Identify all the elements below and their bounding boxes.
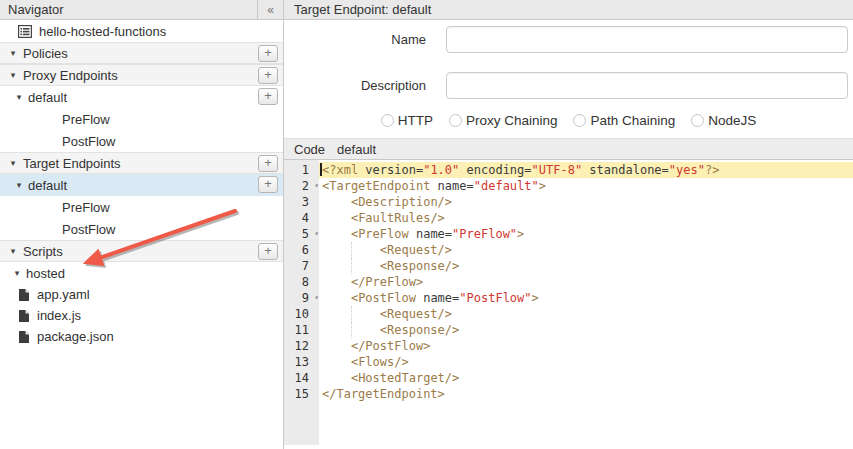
line-number: 15: [284, 386, 319, 402]
file-label: package.json: [37, 329, 114, 344]
name-input[interactable]: [446, 26, 848, 53]
code-line-text[interactable]: <Flows/>: [319, 354, 853, 370]
section-label: Scripts: [23, 244, 63, 259]
code-line: 7 <Response/>: [284, 258, 853, 274]
code-file-label: default: [325, 142, 376, 157]
nav-item-target-preflow[interactable]: All PreFlow: [0, 196, 283, 218]
code-line-text[interactable]: <Response/>: [319, 258, 853, 274]
radio-path-chaining[interactable]: Path Chaining: [573, 113, 675, 128]
line-number: 2▾: [284, 178, 319, 194]
radio-circle-icon: [449, 114, 462, 127]
code-line-text[interactable]: </PostFlow>: [319, 338, 853, 354]
text-cursor: [320, 163, 322, 176]
code-line-text[interactable]: <Request/>: [319, 242, 853, 258]
indent-guide: [351, 242, 352, 258]
nav-item-file-package-json[interactable]: package.json: [0, 326, 283, 347]
code-line-text[interactable]: </TargetEndpoint>: [319, 386, 853, 402]
line-number: 9▾: [284, 290, 319, 306]
code-line: 8 </PreFlow>: [284, 274, 853, 290]
flow-label: PostFlow: [62, 222, 115, 237]
code-line: 10 <Request/>: [284, 306, 853, 322]
file-icon: [19, 331, 29, 343]
code-line: 2▾<TargetEndpoint name="default">: [284, 178, 853, 194]
code-line: 12 </PostFlow>: [284, 338, 853, 354]
name-label: Name: [284, 32, 426, 47]
nav-section-proxy-endpoints[interactable]: ▾ Proxy Endpoints +: [0, 64, 283, 86]
indent-guide: [351, 322, 352, 338]
radio-label: Proxy Chaining: [466, 113, 558, 128]
radio-circle-icon: [573, 114, 586, 127]
nav-section-policies[interactable]: ▾ Policies +: [0, 42, 283, 64]
nav-section-target-endpoints[interactable]: ▾ Target Endpoints +: [0, 152, 283, 174]
add-policy-button[interactable]: +: [258, 45, 278, 62]
description-input[interactable]: [446, 72, 848, 99]
code-line-text[interactable]: <PreFlow name="PreFlow">: [319, 226, 853, 242]
navigator-header: Navigator «: [0, 0, 283, 20]
file-icon: [19, 289, 29, 301]
radio-circle-icon: [381, 114, 394, 127]
nav-item-file-index-js[interactable]: index.js: [0, 305, 283, 326]
navigator-panel: Navigator « hello-hosted-functions ▾ Pol…: [0, 0, 284, 449]
folder-label: hosted: [26, 266, 65, 281]
bundle-label: hello-hosted-functions: [39, 24, 166, 39]
all-badge: All: [14, 200, 52, 215]
radio-label: Path Chaining: [590, 113, 675, 128]
add-proxy-endpoint-button[interactable]: +: [258, 67, 278, 84]
code-line-text[interactable]: <PostFlow name="PostFlow">: [319, 290, 853, 306]
nav-item-target-postflow[interactable]: All PostFlow: [0, 218, 283, 240]
code-line: 13 <Flows/>: [284, 354, 853, 370]
file-label: index.js: [37, 308, 81, 323]
nav-item-proxy-postflow[interactable]: All PostFlow: [0, 130, 283, 152]
code-line-text[interactable]: <Request/>: [319, 306, 853, 322]
indent-guide: [351, 258, 352, 274]
line-number: 7: [284, 258, 319, 274]
code-line-text[interactable]: <?xml version="1.0" encoding="UTF-8" sta…: [319, 162, 853, 178]
radio-http[interactable]: HTTP: [381, 113, 433, 128]
code-line: 4 <FaultRules/>: [284, 210, 853, 226]
indent-guide: [351, 306, 352, 322]
radio-circle-icon: [691, 114, 704, 127]
code-line-text[interactable]: <Description/>: [319, 194, 853, 210]
line-number: 14: [284, 370, 319, 386]
panel-header: Target Endpoint: default: [284, 0, 853, 20]
add-script-button[interactable]: +: [258, 243, 278, 260]
xml-code-editor[interactable]: 1<?xml version="1.0" encoding="UTF-8" st…: [284, 160, 853, 449]
navigator-title: Navigator: [0, 2, 257, 17]
nav-section-scripts[interactable]: ▾ Scripts +: [0, 240, 283, 262]
nav-item-proxy-preflow[interactable]: All PreFlow: [0, 108, 283, 130]
section-label: Proxy Endpoints: [23, 68, 118, 83]
code-line-text[interactable]: <Response/>: [319, 322, 853, 338]
radio-label: HTTP: [398, 113, 433, 128]
radio-nodejs[interactable]: NodeJS: [691, 113, 756, 128]
code-line: 11 <Response/>: [284, 322, 853, 338]
collapse-navigator-button[interactable]: «: [257, 0, 283, 19]
nav-item-file-app-yaml[interactable]: app.yaml: [0, 284, 283, 305]
code-line: 5▾ <PreFlow name="PreFlow">: [284, 226, 853, 242]
nav-item-hosted-folder[interactable]: ▾ hosted: [0, 262, 283, 284]
nav-item-proxy-endpoint-default[interactable]: ▾ default +: [0, 86, 283, 108]
nav-item-bundle[interactable]: hello-hosted-functions: [0, 20, 283, 42]
code-line-text[interactable]: <HostedTarget/>: [319, 370, 853, 386]
code-line: 14 <HostedTarget/>: [284, 370, 853, 386]
line-number: 5▾: [284, 226, 319, 242]
line-number: 1: [284, 162, 319, 178]
chevron-down-icon: ▾: [12, 268, 22, 278]
bundle-list-icon: [18, 25, 32, 38]
endpoint-form: Name Description HTTP Proxy Chaining P: [284, 20, 853, 139]
code-line: 1<?xml version="1.0" encoding="UTF-8" st…: [284, 162, 853, 178]
code-tab-label: Code: [284, 142, 325, 157]
line-number: 6: [284, 242, 319, 258]
flow-label: PostFlow: [62, 134, 115, 149]
radio-proxy-chaining[interactable]: Proxy Chaining: [449, 113, 558, 128]
chevron-down-icon: ▾: [8, 158, 18, 168]
add-flow-button[interactable]: +: [258, 88, 278, 105]
line-number: 13: [284, 354, 319, 370]
code-line: 6 <Request/>: [284, 242, 853, 258]
nav-item-target-endpoint-default[interactable]: ▾ default +: [0, 174, 283, 196]
code-line-text[interactable]: </PreFlow>: [319, 274, 853, 290]
code-line-text[interactable]: <TargetEndpoint name="default">: [319, 178, 853, 194]
code-line-text[interactable]: <FaultRules/>: [319, 210, 853, 226]
add-flow-button[interactable]: +: [258, 176, 278, 193]
radio-label: NodeJS: [708, 113, 756, 128]
add-target-endpoint-button[interactable]: +: [258, 155, 278, 172]
